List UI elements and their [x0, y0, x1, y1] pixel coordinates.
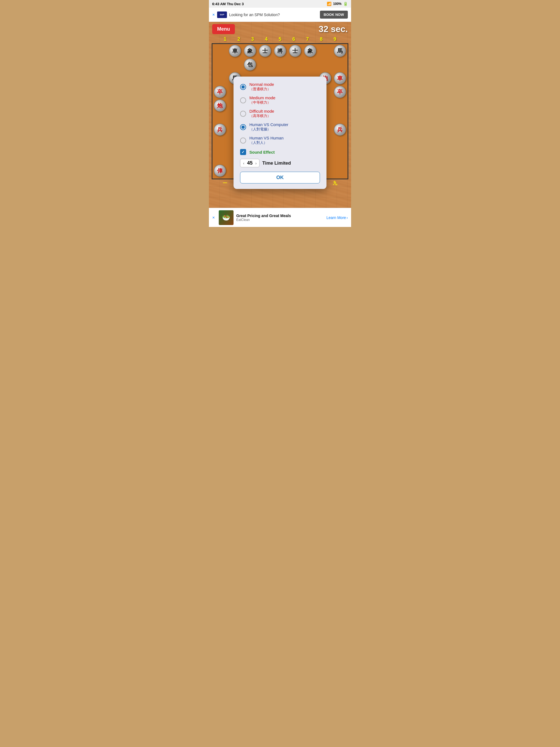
time-prev-button[interactable]: ‹: [243, 161, 245, 165]
medium-mode-title: Medium mode: [249, 96, 275, 100]
status-bar: 6:43 AM Thu Dec 3 📶 100% 🔋: [209, 0, 351, 8]
radio-normal[interactable]: [240, 84, 246, 90]
ad-bottom-close-button[interactable]: ✕: [212, 216, 215, 220]
learn-more-button[interactable]: Learn More ›: [327, 215, 348, 220]
checkbox-sound[interactable]: [240, 149, 246, 155]
ad-bottom-subtitle: EatClean: [236, 218, 324, 222]
status-right: 📶 100% 🔋: [327, 2, 348, 6]
human-vs-human-label: Human VS Human （人對人）: [249, 136, 284, 145]
normal-mode-title: Normal mode: [249, 82, 274, 87]
battery-text: 100%: [333, 2, 341, 6]
radio-human-vs-computer[interactable]: [240, 124, 246, 130]
difficult-mode-label: Difficult mode （高等棋力）: [249, 109, 274, 119]
option-normal-mode[interactable]: Normal mode （普通棋力）: [240, 82, 320, 92]
sound-effect-label: Sound Effect: [249, 150, 275, 154]
option-human-vs-computer[interactable]: Human VS Computer （人對電腦）: [240, 122, 320, 132]
time-limited-label: Time Limited: [262, 160, 291, 166]
human-vs-computer-label: Human VS Computer （人對電腦）: [249, 122, 288, 132]
ad-bottom-text-block: Great Pricing and Great Meals EatClean: [236, 213, 324, 222]
medium-mode-label: Medium mode （中等棋力）: [249, 96, 275, 105]
human-vs-human-title: Human VS Human: [249, 136, 284, 140]
ad-banner-top: ✕ SAP Looking for an SPM Solution? BOOK …: [209, 8, 351, 22]
ad-close-button[interactable]: ✕: [212, 13, 215, 17]
option-human-vs-human[interactable]: Human VS Human （人對人）: [240, 136, 320, 145]
ad-bottom-title: Great Pricing and Great Meals: [236, 213, 324, 218]
time-stepper: ‹ 45 ›: [240, 159, 259, 168]
ad-top-text: Looking for an SPM Solution?: [229, 12, 280, 17]
human-vs-computer-title: Human VS Computer: [249, 122, 288, 127]
time-limited-row: ‹ 45 › Time Limited: [240, 159, 320, 168]
radio-medium[interactable]: [240, 97, 246, 103]
radio-difficult[interactable]: [240, 111, 246, 117]
status-left: 6:43 AM Thu Dec 3: [212, 2, 244, 6]
option-medium-mode[interactable]: Medium mode （中等棋力）: [240, 96, 320, 105]
battery-icon: 🔋: [343, 2, 348, 6]
settings-dialog: Normal mode （普通棋力） Medium mode （中等棋力） Di…: [233, 77, 327, 189]
medium-mode-sub: （中等棋力）: [249, 100, 275, 105]
ad-logo: SAP: [217, 11, 227, 18]
ad-bottom-image: 🥗: [219, 210, 233, 225]
difficult-mode-sub: （高等棋力）: [249, 113, 274, 119]
time-next-button[interactable]: ›: [255, 161, 257, 165]
human-vs-computer-sub: （人對電腦）: [249, 127, 288, 132]
time-value: 45: [246, 160, 254, 166]
book-now-button[interactable]: BOOK NOW: [320, 11, 348, 19]
radio-human-vs-human[interactable]: [240, 137, 246, 144]
ad-banner-bottom: ✕ 🥗 Great Pricing and Great Meals EatCle…: [209, 208, 351, 227]
ok-button[interactable]: OK: [240, 172, 320, 183]
normal-mode-sub: （普通棋力）: [249, 87, 274, 92]
settings-dialog-overlay: Normal mode （普通棋力） Medium mode （中等棋力） Di…: [209, 22, 351, 208]
difficult-mode-title: Difficult mode: [249, 109, 274, 113]
ad-left: ✕ SAP Looking for an SPM Solution?: [212, 11, 280, 18]
status-time: 6:43 AM: [212, 2, 226, 6]
wifi-icon: 📶: [327, 2, 331, 6]
human-vs-human-sub: （人對人）: [249, 140, 284, 145]
option-difficult-mode[interactable]: Difficult mode （高等棋力）: [240, 109, 320, 119]
normal-mode-label: Normal mode （普通棋力）: [249, 82, 274, 92]
status-day: Thu Dec 3: [227, 2, 244, 6]
option-sound-effect[interactable]: Sound Effect: [240, 149, 320, 155]
game-container: Menu 32 sec. 1 2 3 4 5 6 7 8 9 車 象 士 將 士: [209, 22, 351, 208]
